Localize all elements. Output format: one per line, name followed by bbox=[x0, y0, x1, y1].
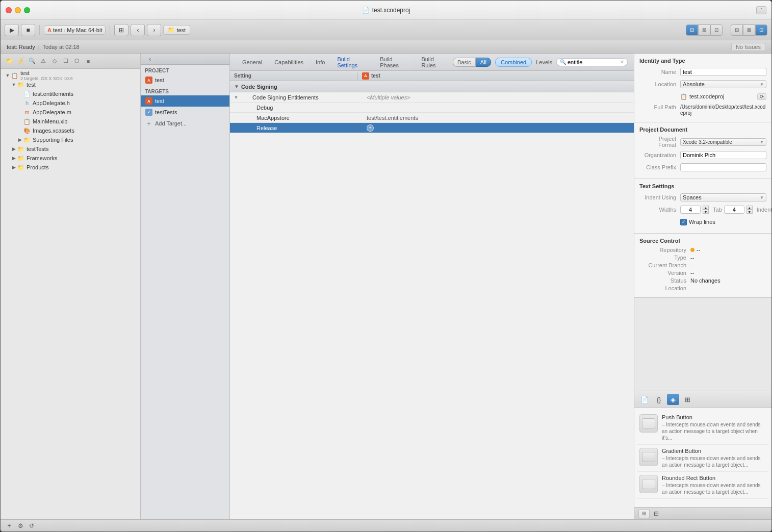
entitlements-item[interactable]: 📄 test.entitlements bbox=[1, 89, 140, 98]
products-item[interactable]: ▶ 📁 Products bbox=[1, 163, 140, 172]
indent-width-up[interactable]: ▲ bbox=[747, 206, 753, 210]
play-button[interactable]: ▶ bbox=[5, 24, 19, 36]
org-input[interactable] bbox=[680, 151, 766, 159]
breakpoint-nav-btn[interactable]: ⬡ bbox=[72, 57, 82, 66]
filter-all-button[interactable]: All bbox=[476, 58, 491, 67]
tab-info[interactable]: Info bbox=[310, 57, 331, 67]
tab-width-spinner: ▲ ▼ Tab bbox=[680, 206, 722, 214]
nav-back-button[interactable]: ‹ bbox=[131, 24, 145, 36]
wrap-checkbox[interactable]: ✓ bbox=[680, 219, 687, 225]
assistant-editor-button[interactable]: ⊠ bbox=[698, 24, 710, 36]
filter-basic-button[interactable]: Basic bbox=[453, 58, 476, 67]
debug-nav-btn[interactable]: ☐ bbox=[61, 57, 71, 66]
grid-view-button[interactable]: ⊞ bbox=[638, 509, 650, 518]
issue-nav-btn[interactable]: ⚠ bbox=[38, 57, 48, 66]
filter-combined-button[interactable]: Combined bbox=[495, 58, 532, 67]
file-breadcrumb[interactable]: 📁 test bbox=[163, 25, 190, 35]
testtests-item[interactable]: ▶ 📁 testTests bbox=[1, 144, 140, 154]
indent-width-stepper[interactable]: ▲ ▼ bbox=[747, 206, 753, 214]
lib-media-btn[interactable]: ⊞ bbox=[681, 394, 693, 405]
indent-width-down[interactable]: ▼ bbox=[747, 210, 753, 214]
report-nav-btn[interactable]: ≡ bbox=[83, 57, 93, 66]
test-group-item[interactable]: ▼ 📁 test bbox=[1, 80, 140, 89]
add-target-item[interactable]: + Add Target... bbox=[141, 118, 229, 129]
code-signing-header[interactable]: ▼ Code Signing bbox=[230, 81, 634, 92]
supporting-files-item[interactable]: ▶ 📁 Supporting Files bbox=[1, 135, 140, 144]
project-item[interactable]: A test bbox=[141, 74, 229, 86]
close-button[interactable] bbox=[6, 7, 12, 13]
target-testtests-item[interactable]: ✓ testTests bbox=[141, 107, 229, 118]
row-expand-icon[interactable]: ▼ bbox=[230, 95, 240, 100]
format-dropdown[interactable]: Xcode 3.2-compatible ▼ bbox=[680, 138, 766, 146]
tab-width-stepper[interactable]: ▲ ▼ bbox=[703, 206, 709, 214]
tab-capabilities[interactable]: Capabilities bbox=[268, 57, 310, 67]
code-signing-entitlements-row[interactable]: ▼ Code Signing Entitlements <Multiple va… bbox=[230, 92, 634, 103]
lib-object-btn[interactable]: ◈ bbox=[667, 394, 679, 405]
refresh-button[interactable]: ↺ bbox=[27, 521, 36, 530]
location-dropdown[interactable]: Absolute ▼ bbox=[680, 80, 766, 88]
tab-build-rules[interactable]: Build Rules bbox=[415, 54, 453, 70]
expand-icon-6[interactable]: ▶ bbox=[11, 165, 17, 170]
maximize-button[interactable] bbox=[24, 7, 30, 13]
stop-button[interactable]: ■ bbox=[21, 24, 35, 36]
section-toggle-icon[interactable]: ▼ bbox=[234, 84, 239, 89]
tab-width-down[interactable]: ▼ bbox=[703, 210, 709, 214]
source-nav-btn[interactable]: ⚡ bbox=[16, 57, 26, 66]
appdelegate-m-item[interactable]: m AppDelegate.m bbox=[1, 108, 140, 117]
inspector-panel-button[interactable]: ⊡ bbox=[755, 24, 767, 36]
add-circle-icon[interactable]: + bbox=[367, 124, 374, 132]
expand-icon-2[interactable]: ▼ bbox=[11, 82, 17, 87]
panel-back-button[interactable]: ‹ bbox=[145, 55, 155, 64]
tab-width-input[interactable] bbox=[680, 206, 701, 214]
prefix-input[interactable] bbox=[680, 163, 766, 171]
debug-row[interactable]: Debug bbox=[230, 103, 634, 113]
standard-editor-button[interactable]: ⊟ bbox=[686, 24, 698, 36]
push-button-item[interactable]: Push Button – Intercepts mouse-down even… bbox=[637, 411, 768, 445]
rounded-rect-button-item[interactable]: Rounded Rect Button – Intercepts mouse-d… bbox=[637, 472, 768, 499]
collapse-button[interactable]: ⌃ bbox=[756, 6, 766, 14]
tab-build-settings[interactable]: Build Settings bbox=[331, 54, 374, 70]
nav-forward-button[interactable]: › bbox=[147, 24, 161, 36]
indent-dropdown[interactable]: Spaces ▼ bbox=[680, 193, 766, 201]
reveal-button[interactable]: ⟳ bbox=[757, 93, 766, 99]
search-input[interactable] bbox=[568, 59, 619, 65]
images-item[interactable]: 🎨 Images.xcassets bbox=[1, 126, 140, 135]
lib-file-btn[interactable]: 📄 bbox=[638, 394, 651, 405]
scheme-selector[interactable]: A test › My Mac 64-bit bbox=[44, 26, 106, 35]
rounded-rect-preview bbox=[639, 475, 658, 493]
macappstore-row[interactable]: MacAppstore test/test.entitlements bbox=[230, 113, 634, 123]
grid-view-button[interactable]: ⊞ bbox=[114, 24, 128, 36]
test-nav-btn[interactable]: ◇ bbox=[49, 57, 60, 66]
gradient-button-item[interactable]: Gradient Button – Intercepts mouse-down … bbox=[637, 445, 768, 472]
lib-code-btn[interactable]: {} bbox=[653, 394, 665, 405]
tab-width-up[interactable]: ▲ bbox=[703, 206, 709, 210]
mainmenu-item[interactable]: 📋 MainMenu.xib bbox=[1, 117, 140, 126]
tab-build-phases[interactable]: Build Phases bbox=[374, 54, 415, 70]
name-input[interactable] bbox=[680, 68, 766, 76]
indent-width-input[interactable] bbox=[724, 206, 744, 214]
search-nav-btn[interactable]: 🔍 bbox=[27, 57, 37, 66]
filename-container: 📋 test.xcodeproj ⟳ bbox=[680, 93, 766, 100]
expand-icon-5[interactable]: ▶ bbox=[11, 156, 17, 161]
frameworks-item[interactable]: ▶ 📁 Frameworks bbox=[1, 154, 140, 163]
testtests-folder-icon: 📁 bbox=[17, 145, 25, 153]
expand-icon-3[interactable]: ▶ bbox=[17, 137, 23, 142]
folder-nav-btn[interactable]: 📁 bbox=[5, 57, 15, 66]
appdelegate-h-item[interactable]: h AppDelegate.h bbox=[1, 98, 140, 108]
search-clear-icon[interactable]: ✕ bbox=[620, 59, 624, 65]
debug-panel-button[interactable]: ⊠ bbox=[743, 24, 755, 36]
target-test-item[interactable]: A test bbox=[141, 95, 229, 107]
release-row[interactable]: Release + bbox=[230, 123, 634, 133]
search-box[interactable]: 🔍 ✕ bbox=[556, 58, 628, 66]
version-editor-button[interactable]: ⊡ bbox=[710, 24, 723, 36]
zoom-button[interactable]: ⊟ bbox=[652, 509, 661, 518]
project-root-item[interactable]: ▼ 📋 test 2 targets, OS X SDK 10.9 bbox=[1, 71, 140, 80]
minimize-button[interactable] bbox=[15, 7, 21, 13]
nav-panel-button[interactable]: ⊟ bbox=[731, 24, 743, 36]
add-file-button[interactable]: + bbox=[5, 521, 14, 530]
col-setting-header: Setting bbox=[230, 73, 357, 79]
expand-icon[interactable]: ▼ bbox=[5, 73, 11, 78]
tab-general[interactable]: General bbox=[236, 57, 268, 67]
settings-button[interactable]: ⚙ bbox=[16, 521, 25, 530]
expand-icon-4[interactable]: ▶ bbox=[11, 146, 17, 151]
